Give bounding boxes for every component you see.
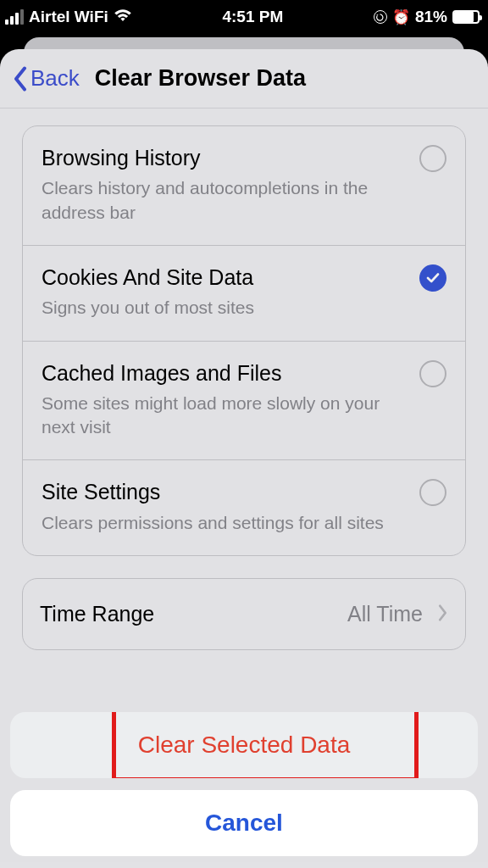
clear-options-group: Browsing History Clears history and auto… [22, 125, 466, 556]
option-title: Browsing History [42, 145, 406, 171]
radio-icon [419, 479, 446, 506]
time-range-label: Time Range [40, 601, 334, 627]
option-browsing-history[interactable]: Browsing History Clears history and auto… [23, 126, 465, 245]
cancel-button[interactable]: Cancel [10, 790, 478, 856]
time-range-value: All Time [347, 602, 423, 626]
option-title: Cookies And Site Data [42, 264, 406, 291]
radio-icon [419, 360, 446, 387]
option-site-settings[interactable]: Site Settings Clears permissions and set… [23, 459, 465, 555]
battery-pct: 81% [415, 8, 447, 26]
cell-signal-icon [5, 9, 24, 25]
radio-checked-icon [419, 264, 446, 292]
option-cached[interactable]: Cached Images and Files Some sites might… [23, 341, 465, 460]
chevron-left-icon [12, 66, 29, 92]
option-desc: Signs you out of most sites [42, 296, 406, 320]
nav-bar: Back Clear Browser Data [0, 49, 488, 108]
clear-selected-data-button[interactable]: Clear Selected Data [10, 712, 478, 778]
clock: 4:51 PM [222, 8, 283, 26]
option-title: Cached Images and Files [42, 360, 406, 387]
option-title: Site Settings [42, 479, 406, 505]
back-button[interactable]: Back [12, 65, 80, 92]
alarm-icon: ⏰ [392, 8, 410, 26]
time-range-group: Time Range All Time [22, 578, 466, 650]
wifi-icon [114, 8, 132, 26]
status-bar: Airtel WiFi 4:51 PM ⏰ 81% [0, 0, 488, 34]
battery-icon [452, 10, 480, 24]
option-cookies[interactable]: Cookies And Site Data Signs you out of m… [23, 245, 465, 341]
time-range-row[interactable]: Time Range All Time [23, 579, 465, 649]
radio-icon [419, 145, 446, 172]
action-sheet: Clear Selected Data Cancel [10, 712, 478, 856]
chevron-right-icon [436, 604, 448, 626]
option-desc: Clears permissions and settings for all … [42, 511, 406, 535]
orientation-lock-icon [374, 10, 387, 24]
carrier-label: Airtel WiFi [29, 8, 108, 26]
option-desc: Clears history and autocompletions in th… [42, 176, 406, 225]
back-label: Back [30, 65, 80, 92]
option-desc: Some sites might load more slowly on you… [42, 392, 406, 440]
page-title: Clear Browser Data [95, 65, 306, 92]
